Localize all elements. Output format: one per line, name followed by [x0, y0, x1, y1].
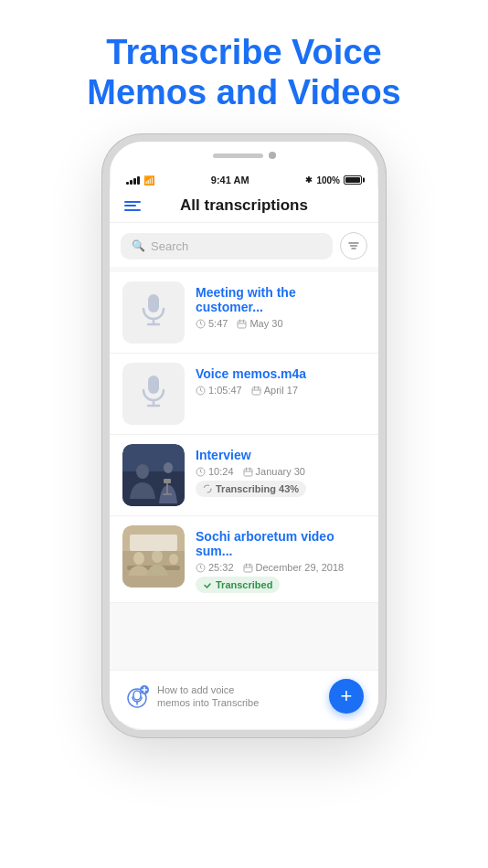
filter-icon — [347, 239, 360, 252]
filter-button[interactable] — [340, 232, 367, 259]
item-thumbnail-video — [122, 525, 185, 587]
microphone-icon — [139, 293, 168, 333]
page-header: Transcribe Voice Memos and Videos — [0, 0, 488, 134]
list-item[interactable]: Meeting with the customer... 5:47 May 30 — [110, 272, 378, 354]
bluetooth-icon: ✱ — [305, 175, 313, 185]
item-title: Interview — [196, 448, 366, 462]
svg-rect-38 — [130, 535, 177, 551]
battery-icon — [344, 175, 362, 185]
svg-point-36 — [152, 550, 163, 563]
phone-front-camera — [269, 152, 276, 159]
status-left: 📶 — [126, 175, 154, 185]
status-badge-transcribing: Transcribing 43% — [196, 481, 306, 497]
item-thumbnail-audio — [122, 363, 185, 425]
bottom-bar: How to add voice memos into Transcribe + — [110, 670, 378, 721]
menu-line-2 — [124, 205, 136, 206]
svg-rect-15 — [252, 387, 260, 395]
item-meta: 25:32 December 29, 2018 — [196, 562, 366, 573]
bottom-help[interactable]: How to add voice memos into Transcribe — [124, 683, 267, 710]
item-thumbnail-video — [122, 444, 185, 506]
signal-bar-4 — [137, 176, 140, 185]
meta-date: April 17 — [251, 385, 298, 396]
item-meta: 1:05:47 April 17 — [196, 385, 366, 396]
item-content: Voice memos.m4a 1:05:47 April 17 — [196, 363, 366, 399]
list-item[interactable]: Voice memos.m4a 1:05:47 April 17 — [110, 354, 378, 435]
signal-bar-2 — [130, 180, 133, 185]
page-title: Transcribe Voice Memos and Videos — [55, 33, 433, 112]
clock-icon — [196, 467, 206, 477]
search-input-wrap[interactable]: 🔍 Search — [121, 233, 333, 259]
phone-speaker — [213, 153, 263, 158]
status-right: ✱ 100% — [305, 175, 362, 185]
phone-body: 📶 9:41 AM ✱ 100% — [102, 134, 386, 737]
status-badge-transcribed: Transcribed — [196, 577, 280, 593]
meta-date: January 30 — [243, 466, 305, 477]
list-item[interactable]: Interview 10:24 January 30 — [110, 435, 378, 516]
interview-thumbnail — [122, 444, 185, 506]
transcription-list: Meeting with the customer... 5:47 May 30 — [110, 272, 378, 603]
signal-icon — [126, 176, 140, 185]
item-title: Voice memos.m4a — [196, 366, 366, 381]
svg-rect-7 — [238, 321, 246, 328]
phone-top-bar — [110, 142, 378, 169]
search-placeholder: Search — [151, 239, 188, 253]
add-voice-icon — [124, 683, 150, 709]
menu-line-3 — [124, 209, 141, 211]
list-item[interactable]: Sochi arboretum video sum... 25:32 Decem… — [110, 516, 378, 603]
svg-point-31 — [204, 485, 211, 492]
calendar-icon — [243, 467, 253, 477]
meta-duration: 25:32 — [196, 562, 234, 573]
meta-duration: 10:24 — [196, 466, 234, 477]
battery-fill — [345, 177, 360, 183]
status-time: 9:41 AM — [211, 175, 249, 185]
search-icon: 🔍 — [132, 239, 145, 252]
item-content: Meeting with the customer... 5:47 May 30 — [196, 281, 366, 333]
phone-vol-down-button — [102, 260, 104, 288]
item-title: Meeting with the customer... — [196, 285, 366, 314]
clock-icon — [196, 386, 206, 396]
phone-mockup: 📶 9:41 AM ✱ 100% — [0, 134, 488, 737]
svg-point-22 — [164, 462, 173, 473]
item-meta: 10:24 January 30 — [196, 466, 366, 477]
svg-rect-3 — [148, 294, 159, 312]
svg-rect-11 — [148, 376, 159, 394]
item-content: Sochi arboretum video sum... 25:32 Decem… — [196, 525, 366, 593]
status-bar: 📶 9:41 AM ✱ 100% — [110, 169, 378, 187]
loading-icon — [203, 484, 212, 493]
nav-bar: All transcriptions — [110, 187, 378, 223]
help-text: How to add voice memos into Transcribe — [157, 683, 267, 710]
sochi-thumbnail — [122, 525, 185, 587]
svg-point-45 — [133, 691, 141, 700]
svg-rect-27 — [244, 469, 252, 476]
menu-icon[interactable] — [124, 201, 141, 211]
signal-bar-3 — [133, 178, 136, 185]
battery-percent: 100% — [316, 175, 340, 185]
meta-duration: 5:47 — [196, 318, 228, 329]
item-content: Interview 10:24 January 30 — [196, 444, 366, 497]
phone-power-button — [384, 233, 386, 279]
help-icon — [124, 683, 150, 709]
svg-point-21 — [136, 464, 149, 479]
item-title: Sochi arboretum video sum... — [196, 529, 366, 558]
page-wrapper: Transcribe Voice Memos and Videos — [0, 0, 488, 737]
wifi-icon: 📶 — [143, 175, 154, 185]
meta-date: May 30 — [237, 318, 282, 329]
calendar-icon — [251, 386, 261, 396]
meta-duration: 1:05:47 — [196, 385, 242, 396]
calendar-icon — [237, 319, 247, 329]
microphone-icon — [139, 375, 168, 414]
phone-vol-up-button — [102, 215, 104, 242]
svg-point-37 — [169, 554, 178, 565]
search-bar-container: 🔍 Search — [110, 223, 378, 267]
app-screen: All transcriptions 🔍 Search — [110, 187, 378, 721]
signal-bar-1 — [126, 182, 129, 185]
calendar-icon — [243, 563, 253, 573]
clock-icon — [196, 563, 206, 573]
item-thumbnail-audio — [122, 281, 185, 344]
nav-title: All transcriptions — [180, 196, 308, 215]
svg-rect-23 — [164, 479, 171, 483]
svg-point-35 — [133, 552, 144, 565]
fab-add-button[interactable]: + — [329, 679, 364, 714]
check-icon — [203, 580, 212, 589]
menu-line-1 — [124, 201, 141, 203]
